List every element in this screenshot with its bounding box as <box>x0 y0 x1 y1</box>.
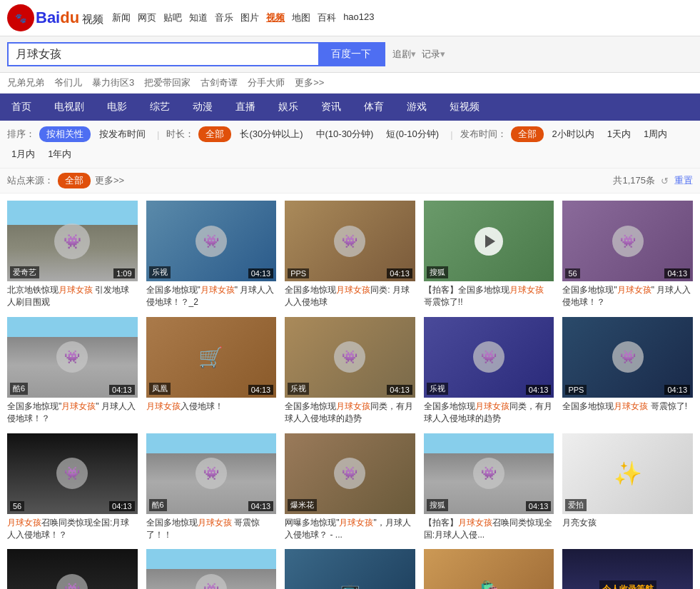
video-source-6: 凤凰 <box>149 383 171 395</box>
video-title-11: 全国多地惊现月球女孩 哥震惊了！！ <box>146 517 277 541</box>
video-source-12: 爆米花 <box>288 499 317 511</box>
sort-relevance[interactable]: 按相关性 <box>39 126 91 142</box>
video-title-14: 月亮女孩 <box>562 517 693 529</box>
video-thumb-15: 👾 PPS 04:13 <box>7 549 138 589</box>
video-title-13: 【拍客】月球女孩召唤同类惊现全国:月球人入侵... <box>424 517 554 541</box>
quick-link-1[interactable]: 爷们儿 <box>54 76 82 89</box>
quick-link-3[interactable]: 把爱带回家 <box>144 76 191 89</box>
cat-anime[interactable]: 动漫 <box>181 94 224 121</box>
duration-mid[interactable]: 中(10-30分钟) <box>312 126 378 142</box>
quick-link-0[interactable]: 兄弟兄弟 <box>7 76 44 89</box>
redo-icon: ↺ <box>661 176 669 186</box>
quick-link-4[interactable]: 古剑奇谭 <box>201 76 238 89</box>
video-duration-4: 04:13 <box>664 268 690 278</box>
video-item-14[interactable]: ✨ 爱拍 月亮女孩 <box>562 433 693 541</box>
video-thumb-9: 👾 PPS 04:13 <box>562 317 693 398</box>
video-duration-10: 04:13 <box>109 501 135 511</box>
video-item-17[interactable]: 📺 酷6 1:00 网曝多地惊现"月球女孩"，月球... <box>285 549 415 589</box>
cat-news[interactable]: 资讯 <box>310 94 352 121</box>
video-item-15[interactable]: 👾 PPS 04:13 全国多地惊现月球女孩 哥震惊... <box>7 549 138 589</box>
time-1y[interactable]: 1年内 <box>44 146 76 162</box>
sort-time[interactable]: 按发布时间 <box>95 126 150 142</box>
video-item-13[interactable]: 👾 搜狐 04:13 【拍客】月球女孩召唤同类惊现全国:月球人入侵... <box>424 433 554 541</box>
video-item-0[interactable]: 👾 爱奇艺 1:09 北京地铁惊现月球女孩 引发地球人刷目围观 <box>7 201 138 308</box>
nav-news[interactable]: 新闻 <box>112 11 131 24</box>
nav-baike[interactable]: 百科 <box>318 11 336 24</box>
video-item-12[interactable]: 👾 爆米花 网曝多地惊现"月球女孩"，月球人入侵地球？ - ... <box>285 433 415 541</box>
cat-drama[interactable]: 电视剧 <box>43 94 96 121</box>
search-input[interactable] <box>9 44 318 65</box>
video-item-18[interactable]: 🛍️ 爆米花 1:00 【拍客】月球女孩，月球... <box>424 549 554 589</box>
logo-video-label: 视频 <box>82 13 103 26</box>
duration-short[interactable]: 短(0-10分钟) <box>382 126 443 142</box>
video-thumb-17: 📺 酷6 1:00 <box>285 549 415 589</box>
video-item-5[interactable]: 👾 酷6 04:13 全国多地惊现"月球女孩" 月球人入侵地球！？ <box>7 317 138 425</box>
search-button[interactable]: 百度一下 <box>318 44 384 65</box>
video-item-8[interactable]: 👾 乐视 04:13 全国多地惊现月球女孩同类，有月球人入侵地球的趋势 <box>424 317 554 425</box>
cat-variety[interactable]: 综艺 <box>138 94 181 121</box>
duration-long[interactable]: 长(30分钟以上) <box>235 126 307 142</box>
time-1d[interactable]: 1天内 <box>603 126 635 142</box>
cat-home[interactable]: 首页 <box>0 94 43 121</box>
chase-drama-link[interactable]: 追剧▾ <box>392 48 416 61</box>
video-source-8: 乐视 <box>427 383 448 395</box>
video-item-2[interactable]: 👾 PPS 04:13 全国多地惊现月球女孩同类: 月球人入侵地球 <box>285 201 415 308</box>
video-thumb-7: 👾 乐视 04:13 <box>285 317 415 398</box>
cat-movie[interactable]: 电影 <box>96 94 138 121</box>
nav-image[interactable]: 图片 <box>240 11 259 24</box>
source-more-link[interactable]: 更多>> <box>95 174 124 187</box>
cat-games[interactable]: 游戏 <box>395 94 438 121</box>
video-title-2: 全国多地惊现月球女孩同类: 月球人入侵地球 <box>285 284 415 308</box>
time-all[interactable]: 全部 <box>511 126 544 142</box>
nav-video[interactable]: 视频 <box>266 11 285 24</box>
video-item-3[interactable]: 搜狐 【拍客】全国多地惊现月球女孩 哥震惊了!! <box>424 201 554 308</box>
nav-web[interactable]: 网页 <box>138 11 156 24</box>
video-item-16[interactable]: 👾 56 04:13 全国多地惊现月球女孩 哥震惊... <box>146 549 277 589</box>
nav-zhidao[interactable]: 知道 <box>189 11 208 24</box>
source-all-tag[interactable]: 全部 <box>58 173 91 188</box>
video-thumb-5: 👾 酷6 04:13 <box>7 317 138 398</box>
video-title-7: 全国多地惊现月球女孩同类，有月球人入侵地球的趋势 <box>285 401 415 425</box>
video-item-10[interactable]: 👾 56 04:13 月球女孩召唤同类惊现全国:月球人入侵地球！？ <box>7 433 138 541</box>
video-title-8: 全国多地惊现月球女孩同类，有月球人入侵地球的趋势 <box>424 401 554 425</box>
quick-link-5[interactable]: 分手大师 <box>248 76 285 89</box>
reset-link[interactable]: 重置 <box>674 174 693 187</box>
nav-music[interactable]: 音乐 <box>215 11 233 24</box>
video-item-7[interactable]: 👾 乐视 04:13 全国多地惊现月球女孩同类，有月球人入侵地球的趋势 <box>285 317 415 425</box>
search-extras: 追剧▾ 记录▾ <box>392 48 445 61</box>
nav-hao123[interactable]: hao123 <box>343 11 374 24</box>
video-thumb-8: 👾 乐视 04:13 <box>424 317 554 398</box>
video-item-6[interactable]: 🛒 凤凰 04:13 月球女孩入侵地球！ <box>146 317 277 425</box>
nav-map[interactable]: 地图 <box>292 11 310 24</box>
video-grid: 👾 爱奇艺 1:09 北京地铁惊现月球女孩 引发地球人刷目围观 👾 乐视 04:… <box>0 193 700 589</box>
video-item-1[interactable]: 👾 乐视 04:13 全国多地惊现"月球女孩" 月球人入侵地球！？_2 <box>146 201 277 308</box>
video-title-0: 北京地铁惊现月球女孩 引发地球人刷目围观 <box>7 284 138 308</box>
video-item-19[interactable]: 今人收录等航 56 04:13 今人收录等航 <box>562 549 693 589</box>
filter-bar: 排序： 按相关性 按发布时间 | 时长： 全部 长(30分钟以上) 中(10-3… <box>0 121 700 168</box>
video-thumb-19: 今人收录等航 56 04:13 <box>562 549 693 589</box>
video-source-2: PPS <box>288 268 309 278</box>
video-title-12: 网曝多地惊现"月球女孩"，月球人入侵地球？ - ... <box>285 517 415 541</box>
quick-link-2[interactable]: 暴力街区3 <box>92 76 134 89</box>
time-1w[interactable]: 1周内 <box>639 126 671 142</box>
source-bar: 站点来源： 全部 更多>> 共1,175条 ↺ 重置 <box>0 168 700 193</box>
cat-entertainment[interactable]: 娱乐 <box>267 94 310 121</box>
category-nav: 首页 电视剧 电影 综艺 动漫 直播 娱乐 资讯 体育 游戏 短视频 <box>0 94 700 121</box>
video-item-9[interactable]: 👾 PPS 04:13 全国多地惊现月球女孩 哥震惊了! <box>562 317 693 425</box>
time-1m[interactable]: 1月内 <box>7 146 39 162</box>
quick-link-more[interactable]: 更多>> <box>295 76 324 89</box>
video-item-11[interactable]: 👾 酷6 04:13 全国多地惊现月球女孩 哥震惊了！！ <box>146 433 277 541</box>
cat-sports[interactable]: 体育 <box>352 94 395 121</box>
video-thumb-16: 👾 56 04:13 <box>146 549 277 589</box>
search-bar: 百度一下 追剧▾ 记录▾ <box>0 36 700 73</box>
video-item-4[interactable]: 👾 56 04:13 全国多地惊现"月球女孩" 月球人入侵地球！？ <box>562 201 693 308</box>
video-title-6: 月球女孩入侵地球！ <box>146 401 277 413</box>
video-duration-6: 04:13 <box>248 385 274 395</box>
nav-tieba[interactable]: 贴吧 <box>163 11 182 24</box>
duration-all[interactable]: 全部 <box>198 126 231 142</box>
cat-short-video[interactable]: 短视频 <box>438 94 491 121</box>
cat-live[interactable]: 直播 <box>224 94 267 121</box>
history-link[interactable]: 记录▾ <box>422 48 445 61</box>
video-source-0: 爱奇艺 <box>10 266 39 278</box>
time-2h[interactable]: 2小时以内 <box>548 126 599 142</box>
